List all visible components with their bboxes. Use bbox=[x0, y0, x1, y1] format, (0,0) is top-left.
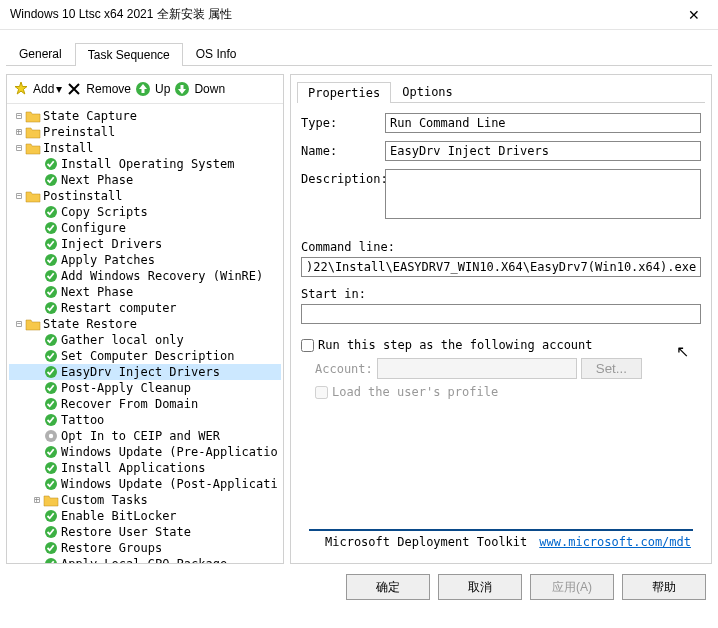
tree-item[interactable]: Install Operating System bbox=[9, 156, 281, 172]
tree-item[interactable]: Restart computer bbox=[9, 300, 281, 316]
tree-item-label: Next Phase bbox=[61, 284, 133, 300]
tree-item[interactable]: Recover From Domain bbox=[9, 396, 281, 412]
tree-item-label: Recover From Domain bbox=[61, 396, 198, 412]
load-profile-label: Load the user's profile bbox=[332, 385, 498, 399]
remove-button[interactable]: Remove bbox=[66, 81, 131, 97]
remove-label: Remove bbox=[86, 82, 131, 96]
tree-item[interactable]: Set Computer Description bbox=[9, 348, 281, 364]
tree-item-label: Install Applications bbox=[61, 460, 206, 476]
tree-item-label: Windows Update (Pre-Applicatio bbox=[61, 444, 278, 460]
tree-item[interactable]: ⊟State Capture bbox=[9, 108, 281, 124]
collapse-icon[interactable]: ⊟ bbox=[13, 140, 25, 156]
tree-item[interactable]: Apply Patches bbox=[9, 252, 281, 268]
down-button[interactable]: Down bbox=[174, 81, 225, 97]
collapse-icon[interactable]: ⊟ bbox=[13, 316, 25, 332]
tree-item[interactable]: Post-Apply Cleanup bbox=[9, 380, 281, 396]
tab-general[interactable]: General bbox=[6, 42, 75, 65]
tree-item[interactable]: Configure bbox=[9, 220, 281, 236]
down-label: Down bbox=[194, 82, 225, 96]
name-field[interactable] bbox=[385, 141, 701, 161]
expand-icon[interactable]: ⊞ bbox=[13, 124, 25, 140]
apply-button[interactable]: 应用(A) bbox=[530, 574, 614, 600]
tree-item[interactable]: ⊟Install bbox=[9, 140, 281, 156]
check-icon bbox=[43, 268, 59, 284]
tree-item[interactable]: Inject Drivers bbox=[9, 236, 281, 252]
command-line-field[interactable] bbox=[301, 257, 701, 277]
tree-item-label: Apply Patches bbox=[61, 252, 155, 268]
tab-os-info[interactable]: OS Info bbox=[183, 42, 250, 65]
command-line-label: Command line: bbox=[301, 240, 701, 254]
start-in-label: Start in: bbox=[301, 287, 701, 301]
check-icon bbox=[43, 156, 59, 172]
tree-item[interactable]: Install Applications bbox=[9, 460, 281, 476]
description-label: Description: bbox=[301, 169, 385, 186]
set-button: Set... bbox=[581, 358, 642, 379]
account-label: Account: bbox=[315, 362, 373, 376]
help-button[interactable]: 帮助 bbox=[622, 574, 706, 600]
tree-item[interactable]: Add Windows Recovery (WinRE) bbox=[9, 268, 281, 284]
dropdown-icon: ▾ bbox=[56, 82, 62, 96]
tree-item-label: Install Operating System bbox=[61, 156, 234, 172]
up-button[interactable]: Up bbox=[135, 81, 170, 97]
tree-item-label: Gather local only bbox=[61, 332, 184, 348]
ok-button[interactable]: 确定 bbox=[346, 574, 430, 600]
tree-item-label: EasyDrv Inject Drivers bbox=[61, 364, 220, 380]
tree-item-label: Add Windows Recovery (WinRE) bbox=[61, 268, 263, 284]
cancel-button[interactable]: 取消 bbox=[438, 574, 522, 600]
window-title: Windows 10 Ltsc x64 2021 全新安装 属性 bbox=[10, 6, 232, 23]
collapse-icon[interactable]: ⊟ bbox=[13, 108, 25, 124]
check-icon bbox=[43, 412, 59, 428]
check-icon bbox=[43, 172, 59, 188]
run-as-checkbox[interactable] bbox=[301, 339, 314, 352]
tree-item[interactable]: Windows Update (Post-Applicati bbox=[9, 476, 281, 492]
tree-item[interactable]: Next Phase bbox=[9, 172, 281, 188]
check-icon bbox=[43, 300, 59, 316]
tree-item-label: Next Phase bbox=[61, 172, 133, 188]
tree-item[interactable]: Copy Scripts bbox=[9, 204, 281, 220]
close-button[interactable]: ✕ bbox=[680, 7, 708, 23]
tree-item[interactable]: ⊟Postinstall bbox=[9, 188, 281, 204]
up-icon bbox=[135, 81, 151, 97]
folder-icon bbox=[25, 108, 41, 124]
folder-icon bbox=[43, 492, 59, 508]
check-icon bbox=[43, 284, 59, 300]
tree-item[interactable]: Apply Local GPO Package bbox=[9, 556, 281, 563]
mdt-link[interactable]: www.microsoft.com/mdt bbox=[539, 535, 691, 549]
tree-item[interactable]: ⊞Preinstall bbox=[9, 124, 281, 140]
tree-item[interactable]: Opt In to CEIP and WER bbox=[9, 428, 281, 444]
tree-item[interactable]: Next Phase bbox=[9, 284, 281, 300]
start-in-field[interactable] bbox=[301, 304, 701, 324]
tree-item[interactable]: Gather local only bbox=[9, 332, 281, 348]
subtab-options[interactable]: Options bbox=[391, 81, 464, 102]
name-label: Name: bbox=[301, 141, 385, 158]
folder-icon bbox=[25, 316, 41, 332]
tree-item-label: Enable BitLocker bbox=[61, 508, 177, 524]
tree-item-label: Restore Groups bbox=[61, 540, 162, 556]
check-icon bbox=[43, 396, 59, 412]
expand-icon[interactable]: ⊞ bbox=[31, 492, 43, 508]
star-icon bbox=[13, 81, 29, 97]
tree-item[interactable]: Windows Update (Pre-Applicatio bbox=[9, 444, 281, 460]
check-icon bbox=[43, 204, 59, 220]
tree-item[interactable]: Restore Groups bbox=[9, 540, 281, 556]
subtab-properties[interactable]: Properties bbox=[297, 82, 391, 103]
collapse-icon[interactable]: ⊟ bbox=[13, 188, 25, 204]
grey-icon bbox=[43, 428, 59, 444]
tree-item[interactable]: ⊞Custom Tasks bbox=[9, 492, 281, 508]
tree-item[interactable]: Tattoo bbox=[9, 412, 281, 428]
type-field bbox=[385, 113, 701, 133]
task-tree[interactable]: ⊟State Capture⊞Preinstall⊟InstallInstall… bbox=[7, 104, 283, 563]
tree-item[interactable]: ⊟State Restore bbox=[9, 316, 281, 332]
tree-item[interactable]: Restore User State bbox=[9, 524, 281, 540]
tree-item[interactable]: EasyDrv Inject Drivers bbox=[9, 364, 281, 380]
tree-item[interactable]: Enable BitLocker bbox=[9, 508, 281, 524]
tree-item-label: State Restore bbox=[43, 316, 137, 332]
description-field[interactable] bbox=[385, 169, 701, 219]
check-icon bbox=[43, 444, 59, 460]
tree-item-label: Restart computer bbox=[61, 300, 177, 316]
check-icon bbox=[43, 460, 59, 476]
up-label: Up bbox=[155, 82, 170, 96]
tab-task-sequence[interactable]: Task Sequence bbox=[75, 43, 183, 66]
add-button[interactable]: Add ▾ bbox=[13, 81, 62, 97]
tree-item-label: Preinstall bbox=[43, 124, 115, 140]
